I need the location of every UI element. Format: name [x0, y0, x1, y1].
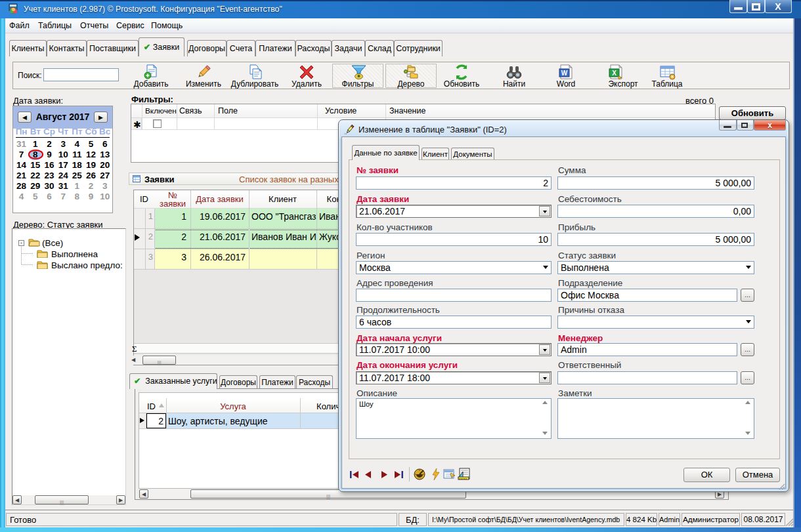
- svg-text:W: W: [561, 70, 568, 77]
- svg-text:X: X: [612, 70, 617, 77]
